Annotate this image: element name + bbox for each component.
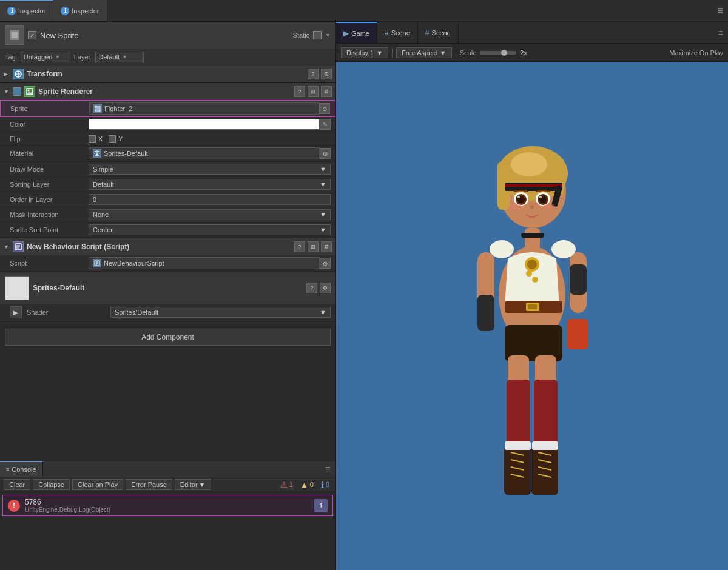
- clear-button[interactable]: Clear: [4, 479, 30, 490]
- material-settings-btn[interactable]: ⚙: [320, 283, 331, 293]
- scale-value: 2x: [520, 49, 527, 56]
- script-help-btn[interactable]: ?: [294, 241, 305, 252]
- script-icon: [13, 241, 24, 252]
- layer-dropdown[interactable]: Default ▼: [95, 52, 144, 62]
- scale-slider[interactable]: [480, 51, 516, 55]
- tag-dropdown[interactable]: Untagged ▼: [21, 52, 69, 62]
- layer-label: Layer: [74, 53, 91, 61]
- scene-tab-1[interactable]: # Scene: [377, 22, 418, 43]
- draw-mode-select[interactable]: Simple ▼: [89, 164, 331, 175]
- console-tab[interactable]: ≡ Console: [0, 461, 43, 477]
- main-layout: New Sprite Static ▼ Tag Untagged ▼ Layer…: [0, 22, 728, 570]
- sprite-sort-select[interactable]: Center ▼: [89, 224, 331, 235]
- order-in-layer-label: Order in Layer: [10, 196, 89, 203]
- warn-badge[interactable]: ▲ 0: [298, 480, 316, 489]
- static-dropdown-arrow[interactable]: ▼: [325, 32, 331, 38]
- console-tabs-bar: ≡ Console ≡: [0, 461, 335, 477]
- display-arrow: ▼: [376, 49, 383, 56]
- flip-prop-row: Flip X Y: [0, 132, 335, 146]
- console-tab-controls[interactable]: ≡: [320, 464, 335, 475]
- sprite-renderer-header[interactable]: ▼ Sprite Renderer ? ⊞ ⚙: [0, 83, 335, 100]
- material-help-btn[interactable]: ?: [306, 283, 317, 293]
- svg-rect-9: [96, 107, 99, 110]
- sprite-sort-value: Center: [93, 226, 113, 233]
- tab-inspector-2[interactable]: ℹ Inspector: [53, 0, 107, 21]
- svg-point-67: [490, 240, 514, 258]
- svg-point-11: [96, 152, 98, 155]
- display-label: Display 1: [346, 49, 374, 56]
- flip-y-check[interactable]: Y: [109, 135, 123, 142]
- object-active-checkbox[interactable]: [28, 31, 36, 39]
- aspect-arrow: ▼: [440, 49, 447, 56]
- svg-point-63: [539, 196, 542, 198]
- sprite-target-btn[interactable]: ⊙: [319, 103, 330, 114]
- shader-arrow: ▼: [320, 309, 326, 316]
- sprite-value: Fighter_2: [104, 105, 132, 112]
- toolbar-separator-1: [392, 48, 393, 58]
- collapse-button[interactable]: Collapse: [33, 479, 70, 490]
- svg-point-59: [517, 196, 520, 198]
- sorting-layer-select[interactable]: Default ▼: [89, 179, 331, 190]
- display-dropdown[interactable]: Display 1 ▼: [341, 47, 388, 58]
- script-target-btn[interactable]: ⊙: [320, 258, 331, 269]
- maximize-on-play-button[interactable]: Maximize On Play: [669, 49, 723, 56]
- material-target-btn[interactable]: ⊙: [320, 148, 331, 159]
- script-expand-btn[interactable]: ⊞: [308, 241, 318, 252]
- tab-controls[interactable]: ≡: [713, 5, 728, 16]
- order-in-layer-prop-row: Order in Layer 0: [0, 192, 335, 207]
- scale-slider-thumb: [501, 50, 507, 56]
- warn-badge-icon: ▲: [300, 480, 308, 489]
- game-controls-right[interactable]: ≡: [713, 28, 728, 38]
- script-settings-btn[interactable]: ⚙: [321, 241, 332, 252]
- static-checkbox[interactable]: [313, 31, 322, 39]
- flip-x-checkbox[interactable]: [89, 135, 96, 142]
- game-tab[interactable]: ▶ Game: [336, 22, 377, 43]
- sprite-renderer-settings-btn[interactable]: ⚙: [321, 86, 332, 97]
- svg-point-64: [530, 205, 534, 209]
- draw-mode-arrow: ▼: [320, 166, 326, 173]
- clear-on-play-button[interactable]: Clear on Play: [72, 479, 123, 490]
- script-header[interactable]: ▼ New Behaviour Script (Script) ? ⊞ ⚙: [0, 238, 335, 255]
- entry-number: 5786: [25, 498, 309, 506]
- entry-message: UnityEngine.Debug.Log(Object): [25, 506, 309, 513]
- console-entry-0[interactable]: ! 5786 UnityEngine.Debug.Log(Object) 1: [2, 495, 333, 516]
- color-edit-btn[interactable]: ✎: [320, 119, 331, 130]
- error-pause-button[interactable]: Error Pause: [126, 479, 172, 490]
- info-badge-icon: ℹ: [321, 480, 324, 489]
- color-field[interactable]: [89, 119, 320, 130]
- sorting-layer-arrow: ▼: [320, 181, 326, 188]
- material-controls: ? ⚙: [306, 283, 331, 293]
- order-in-layer-field[interactable]: 0: [89, 194, 331, 205]
- transform-section: ▶ Transform ? ⚙: [0, 65, 335, 83]
- svg-point-40: [527, 260, 537, 269]
- sprite-renderer-checkbox[interactable]: [13, 87, 21, 96]
- tab-inspector-1[interactable]: ℹ Inspector: [0, 0, 53, 21]
- transform-header[interactable]: ▶ Transform ? ⚙: [0, 65, 335, 82]
- sprite-value-field[interactable]: Fighter_2: [89, 102, 319, 115]
- error-badge[interactable]: ⚠ 1: [278, 480, 295, 489]
- game-viewport: [336, 62, 728, 570]
- flip-x-check[interactable]: X: [89, 135, 103, 142]
- material-value-field[interactable]: Sprites-Default: [89, 147, 320, 159]
- editor-button[interactable]: Editor ▼: [175, 479, 211, 490]
- game-tab-label: Game: [351, 30, 369, 37]
- mask-interaction-select[interactable]: None ▼: [89, 209, 331, 220]
- sprite-renderer-help-btn[interactable]: ?: [294, 86, 305, 97]
- sprite-renderer-expand-btn[interactable]: ⊞: [308, 86, 318, 97]
- material-header: Sprites-Default ? ⚙: [0, 272, 335, 304]
- draw-mode-prop-row: Draw Mode Simple ▼: [0, 162, 335, 177]
- script-value-field[interactable]: NewBehaviourScript: [89, 257, 320, 269]
- entry-count: 1: [314, 499, 328, 512]
- transform-settings-btn[interactable]: ⚙: [321, 69, 332, 79]
- shader-select[interactable]: Sprites/Default ▼: [110, 307, 331, 318]
- material-play-btn[interactable]: ▶: [10, 306, 22, 318]
- transform-help-btn[interactable]: ?: [308, 69, 318, 79]
- flip-y-checkbox[interactable]: [109, 135, 116, 142]
- sprite-label: Sprite: [10, 105, 89, 112]
- info-badge[interactable]: ℹ 0: [318, 480, 332, 489]
- scene-tab-2[interactable]: # Scene: [418, 22, 459, 43]
- add-component-button[interactable]: Add Component: [5, 329, 331, 346]
- sprite-renderer-icon: [24, 86, 35, 97]
- aspect-dropdown[interactable]: Free Aspect ▼: [396, 47, 452, 58]
- sprite-renderer-controls: ? ⊞ ⚙: [294, 86, 332, 97]
